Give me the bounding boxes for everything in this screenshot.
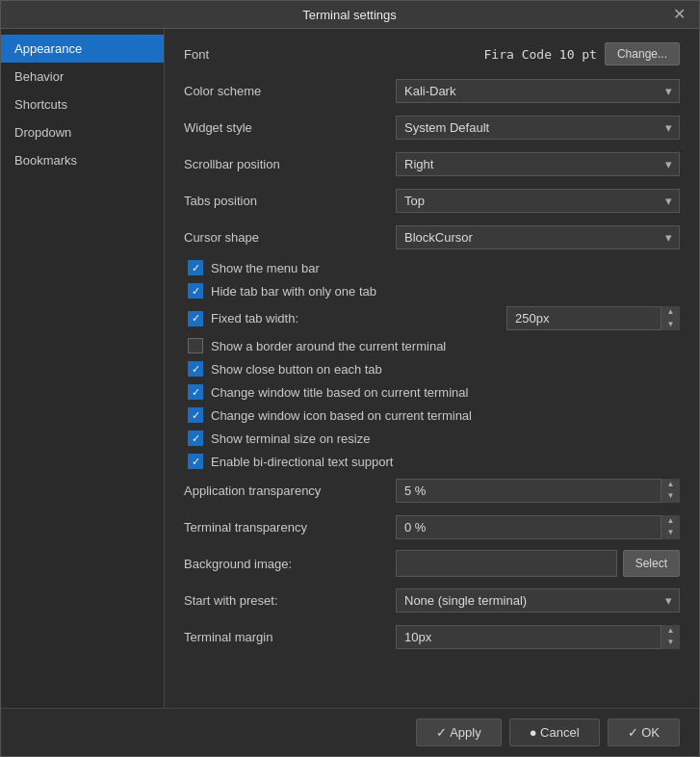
ok-button[interactable]: ✓ OK bbox=[608, 718, 680, 746]
title-bar: Terminal settings ✕ bbox=[1, 1, 699, 29]
tabs-position-select-wrapper: Top bbox=[396, 189, 680, 213]
bg-image-control: Select bbox=[396, 550, 680, 577]
app-transparency-label: Application transparency bbox=[184, 483, 396, 498]
sidebar-item-behavior[interactable]: Behavior bbox=[1, 63, 164, 91]
start-preset-label: Start with preset: bbox=[184, 593, 396, 608]
checkbox-change-icon-label: Change window icon based on current term… bbox=[211, 408, 472, 423]
cursor-shape-row: Cursor shape BlockCursor bbox=[184, 223, 680, 250]
checkbox-show-border-input[interactable] bbox=[188, 338, 203, 353]
bg-image-row: Background image: Select bbox=[184, 550, 680, 577]
sidebar: Appearance Behavior Shortcuts Dropdown B… bbox=[1, 29, 165, 708]
terminal-transparency-row: Terminal transparency ▲ ▼ bbox=[184, 513, 680, 540]
font-value: Fira Code 10 pt bbox=[396, 47, 597, 62]
checkbox-show-size-label: Show terminal size on resize bbox=[211, 431, 370, 446]
checkbox-show-border-label: Show a border around the current termina… bbox=[211, 339, 446, 353]
color-scheme-select-wrapper: Kali-Dark bbox=[396, 79, 680, 103]
sidebar-item-dropdown[interactable]: Dropdown bbox=[1, 118, 164, 146]
font-change-button[interactable]: Change... bbox=[605, 42, 680, 65]
checkbox-hide-tab-bar-input[interactable] bbox=[188, 283, 203, 299]
bg-image-label: Background image: bbox=[184, 557, 396, 571]
tabs-position-label: Tabs position bbox=[184, 194, 396, 208]
terminal-margin-up[interactable]: ▲ bbox=[661, 625, 680, 638]
start-preset-select-wrapper: None (single terminal) bbox=[396, 588, 680, 613]
sidebar-item-appearance[interactable]: Appearance bbox=[1, 35, 164, 63]
widget-style-select[interactable]: System Default bbox=[396, 116, 680, 140]
checkbox-show-menu-bar: Show the menu bar bbox=[184, 260, 680, 275]
checkbox-show-menu-bar-label: Show the menu bar bbox=[211, 261, 320, 275]
tabs-position-row: Tabs position Top bbox=[184, 187, 680, 214]
color-scheme-label: Color scheme bbox=[184, 84, 396, 98]
cancel-button[interactable]: ● Cancel bbox=[509, 718, 600, 746]
checkbox-fixed-tab-width-input[interactable] bbox=[188, 311, 203, 326]
terminal-transparency-spinbox: ▲ ▼ bbox=[396, 515, 680, 539]
widget-style-select-wrapper: System Default bbox=[396, 116, 680, 140]
terminal-margin-spinbox: ▲ ▼ bbox=[396, 625, 680, 649]
scrollbar-position-select-wrapper: Right bbox=[396, 152, 680, 176]
checkbox-bidi-label: Enable bi-directional text support bbox=[211, 455, 393, 469]
apply-button[interactable]: ✓ Apply bbox=[416, 718, 501, 746]
font-row: Font Fira Code 10 pt Change... bbox=[184, 40, 680, 67]
checkbox-fixed-tab-width-label: Fixed tab width: bbox=[211, 311, 506, 326]
color-scheme-select[interactable]: Kali-Dark bbox=[396, 79, 680, 103]
sidebar-item-bookmarks[interactable]: Bookmarks bbox=[1, 146, 164, 174]
checkbox-bidi-input[interactable] bbox=[188, 454, 203, 469]
app-transparency-arrows: ▲ ▼ bbox=[661, 479, 680, 503]
checkbox-bidi: Enable bi-directional text support bbox=[184, 454, 680, 469]
app-transparency-spinbox: ▲ ▼ bbox=[396, 479, 680, 503]
terminal-margin-arrows: ▲ ▼ bbox=[661, 625, 680, 649]
terminal-transparency-down[interactable]: ▼ bbox=[661, 527, 680, 539]
checkbox-change-title: Change window title based on current ter… bbox=[184, 384, 680, 400]
font-label: Font bbox=[184, 47, 396, 62]
terminal-margin-label: Terminal margin bbox=[184, 630, 396, 644]
checkbox-change-icon-input[interactable] bbox=[188, 407, 203, 423]
cursor-shape-select-wrapper: BlockCursor bbox=[396, 225, 680, 249]
terminal-transparency-label: Terminal transparency bbox=[184, 520, 396, 535]
scrollbar-position-label: Scrollbar position bbox=[184, 157, 396, 171]
checkbox-show-menu-bar-input[interactable] bbox=[188, 260, 203, 275]
checkbox-show-size-input[interactable] bbox=[188, 431, 203, 446]
checkbox-show-close-btn-input[interactable] bbox=[188, 361, 203, 377]
fixed-tab-width-down[interactable]: ▼ bbox=[661, 319, 680, 331]
app-transparency-row: Application transparency ▲ ▼ bbox=[184, 477, 680, 504]
terminal-margin-row: Terminal margin ▲ ▼ bbox=[184, 623, 680, 650]
color-scheme-row: Color scheme Kali-Dark bbox=[184, 77, 680, 104]
app-transparency-up[interactable]: ▲ bbox=[661, 479, 680, 491]
checkbox-hide-tab-bar: Hide tab bar with only one tab bbox=[184, 283, 680, 299]
terminal-transparency-arrows: ▲ ▼ bbox=[661, 515, 680, 539]
app-transparency-input[interactable] bbox=[396, 479, 680, 503]
cursor-shape-label: Cursor shape bbox=[184, 230, 396, 245]
main-content: Appearance Behavior Shortcuts Dropdown B… bbox=[1, 29, 699, 708]
footer: ✓ Apply ● Cancel ✓ OK bbox=[1, 708, 699, 756]
terminal-margin-down[interactable]: ▼ bbox=[661, 637, 680, 649]
fixed-tab-width-input[interactable] bbox=[506, 306, 680, 330]
scrollbar-position-select[interactable]: Right bbox=[396, 152, 680, 176]
widget-style-label: Widget style bbox=[184, 120, 396, 135]
window-title: Terminal settings bbox=[30, 8, 669, 22]
terminal-transparency-input[interactable] bbox=[396, 515, 680, 539]
checkbox-show-close-btn-label: Show close button on each tab bbox=[211, 362, 382, 377]
cursor-shape-select[interactable]: BlockCursor bbox=[396, 225, 680, 249]
terminal-settings-window: Terminal settings ✕ Appearance Behavior … bbox=[0, 0, 700, 757]
checkbox-show-close-btn: Show close button on each tab bbox=[184, 361, 680, 377]
terminal-transparency-up[interactable]: ▲ bbox=[661, 515, 680, 528]
fixed-tab-width-spinbox: ▲ ▼ bbox=[506, 306, 680, 330]
widget-style-row: Widget style System Default bbox=[184, 114, 680, 141]
app-transparency-down[interactable]: ▼ bbox=[661, 490, 680, 503]
fixed-tab-width-up[interactable]: ▲ bbox=[661, 306, 680, 319]
font-control: Fira Code 10 pt Change... bbox=[396, 42, 680, 65]
checkbox-change-icon: Change window icon based on current term… bbox=[184, 407, 680, 423]
checkbox-show-border: Show a border around the current termina… bbox=[184, 338, 680, 353]
checkbox-hide-tab-bar-label: Hide tab bar with only one tab bbox=[211, 284, 376, 299]
checkbox-change-title-input[interactable] bbox=[188, 384, 203, 400]
bg-image-select-button[interactable]: Select bbox=[623, 550, 680, 577]
fixed-tab-width-arrows: ▲ ▼ bbox=[661, 306, 680, 330]
tabs-position-select[interactable]: Top bbox=[396, 189, 680, 213]
start-preset-select[interactable]: None (single terminal) bbox=[396, 588, 680, 613]
scrollbar-position-row: Scrollbar position Right bbox=[184, 150, 680, 177]
terminal-margin-input[interactable] bbox=[396, 625, 680, 649]
start-preset-row: Start with preset: None (single terminal… bbox=[184, 587, 680, 613]
bg-image-input[interactable] bbox=[396, 550, 617, 577]
close-button[interactable]: ✕ bbox=[669, 7, 689, 22]
checkbox-show-size: Show terminal size on resize bbox=[184, 431, 680, 446]
sidebar-item-shortcuts[interactable]: Shortcuts bbox=[1, 91, 164, 118]
